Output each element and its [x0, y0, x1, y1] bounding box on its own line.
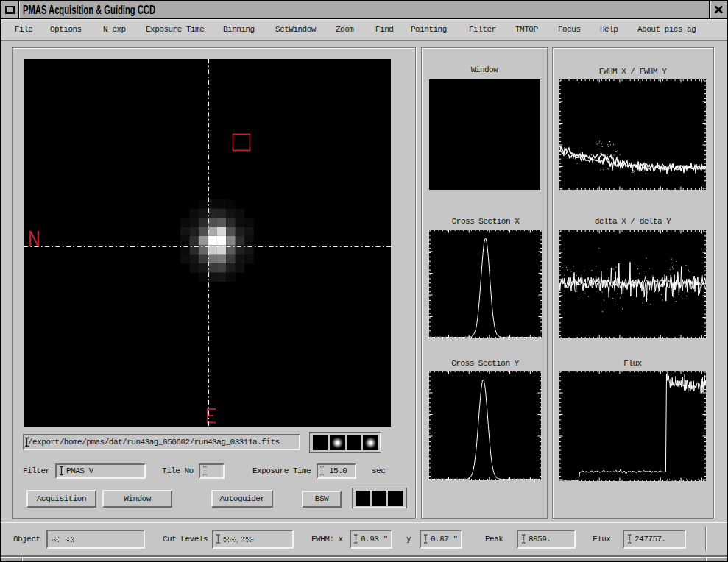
svg-text:4C 43: 4C 43: [52, 536, 74, 544]
svg-text:550,750: 550,750: [222, 536, 254, 544]
